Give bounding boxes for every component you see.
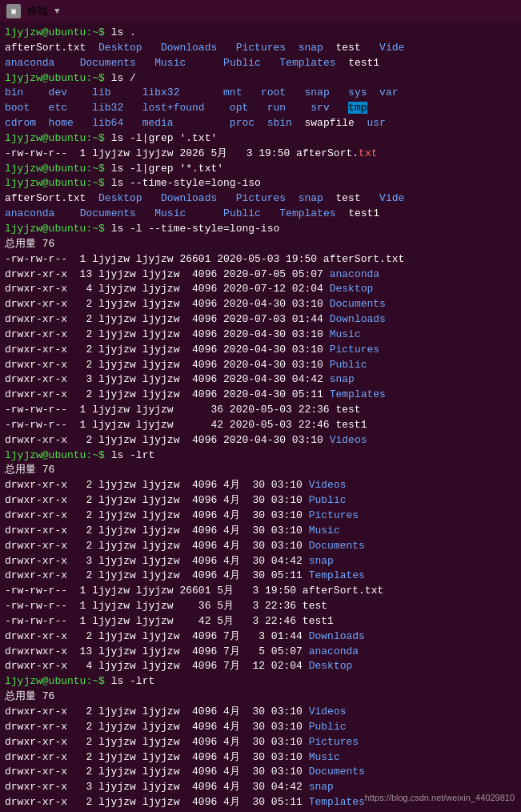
terminal-line: ljyjzw@ubuntu:~$ ls -l --time-style=long… <box>5 222 516 237</box>
terminal-line: ljyjzw@ubuntu:~$ ls --time-style=long-is… <box>5 176 516 191</box>
terminal-line: drwxr-xr-x 2 ljyjzw ljyjzw 4096 4月 30 03… <box>5 524 516 539</box>
terminal-line: afterSort.txt Desktop Downloads Pictures… <box>5 191 516 207</box>
terminal-line: drwxr-xr-x 2 ljyjzw ljyjzw 4096 2020-04-… <box>5 297 516 312</box>
terminal-line: anaconda Documents Music Public Template… <box>5 207 516 222</box>
title-bar: ▣ 终端 ▼ <box>0 0 521 22</box>
terminal-line: bin dev lib libx32 mnt root snap sys var <box>5 86 516 101</box>
terminal-line: -rw-rw-r-- 1 ljyjzw ljyjzw 36 2020-05-03… <box>5 403 516 418</box>
terminal-line: drwxr-xr-x 2 ljyjzw ljyjzw 4096 4月 30 03… <box>5 478 516 493</box>
terminal-line: drwxr-xr-x 2 ljyjzw ljyjzw 4096 2020-04-… <box>5 388 516 403</box>
terminal-line: ljyjzw@ubuntu:~$ ls -l|grep '*.txt' <box>5 162 516 177</box>
terminal-line: drwxr-xr-x 13 ljyjzw ljyjzw 4096 2020-07… <box>5 267 516 283</box>
terminal-line: ljyjzw@ubuntu:~$ ls . <box>5 26 516 41</box>
terminal-line: drwxr-xr-x 2 ljyjzw ljyjzw 4096 4月 30 03… <box>5 765 516 780</box>
terminal-line: drwxr-xr-x 2 ljyjzw ljyjzw 4096 2020-04-… <box>5 343 516 358</box>
terminal-line: drwxr-xr-x 4 ljyjzw ljyjzw 4096 2020-07-… <box>5 282 516 297</box>
terminal-line: drwxr-xr-x 2 ljyjzw ljyjzw 4096 2020-04-… <box>5 358 516 373</box>
terminal-line: drwxrwxr-x 13 ljyjzw ljyjzw 4096 7月 5 05… <box>5 645 516 660</box>
terminal-line: drwxr-xr-x 2 ljyjzw ljyjzw 4096 4月 30 03… <box>5 720 516 735</box>
terminal-line: drwxr-xr-x 3 ljyjzw ljyjzw 4096 4月 30 04… <box>5 554 516 569</box>
terminal-line: drwxr-xr-x 2 ljyjzw ljyjzw 4096 4月 30 03… <box>5 509 516 524</box>
terminal-line: drwxr-xr-x 2 ljyjzw ljyjzw 4096 4月 30 03… <box>5 750 516 766</box>
terminal-line: -rw-rw-r-- 1 ljyjzw ljyjzw 42 2020-05-03… <box>5 418 516 433</box>
terminal-line: boot etc lib32 lost+found opt run srv tm… <box>5 101 516 116</box>
terminal-line: drwxr-xr-x 2 ljyjzw ljyjzw 4096 4月 30 03… <box>5 539 516 554</box>
terminal-line: -rw-rw-r-- 1 ljyjzw ljyjzw 26601 2020-05… <box>5 252 516 267</box>
terminal-line: 总用量 76 <box>5 463 516 478</box>
terminal-line: drwxr-xr-x 2 ljyjzw ljyjzw 4096 4月 30 03… <box>5 735 516 750</box>
terminal-line: ljyjzw@ubuntu:~$ ls -l|grep '.txt' <box>5 131 516 147</box>
terminal-line: drwxr-xr-x 2 ljyjzw ljyjzw 4096 4月 30 03… <box>5 493 516 509</box>
terminal-line: 总用量 76 <box>5 237 516 252</box>
watermark: https://blog.csdn.net/weixin_44029810 <box>365 793 515 802</box>
terminal-line: -rw-rw-r-- 1 ljyjzw ljyjzw 42 5月 3 22:46… <box>5 614 516 629</box>
terminal-body[interactable]: ljyjzw@ubuntu:~$ ls .afterSort.txt Deskt… <box>0 22 521 812</box>
terminal-line: drwxr-xr-x 4 ljyjzw ljyjzw 4096 7月 12 02… <box>5 659 516 674</box>
terminal-icon: ▣ <box>6 4 21 18</box>
terminal-line: drwxr-xr-x 2 ljyjzw ljyjzw 4096 4月 30 05… <box>5 569 516 584</box>
terminal-line: ljyjzw@ubuntu:~$ ls -lrt <box>5 448 516 464</box>
terminal-line: 总用量 76 <box>5 689 516 705</box>
terminal-line: drwxr-xr-x 3 ljyjzw ljyjzw 4096 2020-04-… <box>5 372 516 388</box>
terminal-line: afterSort.txt Desktop Downloads Pictures… <box>5 41 516 56</box>
terminal-line: -rw-rw-r-- 1 ljyjzw ljyjzw 36 5月 3 22:36… <box>5 599 516 614</box>
terminal-line: drwxr-xr-x 2 ljyjzw ljyjzw 4096 4月 30 03… <box>5 705 516 720</box>
terminal-window: ▣ 终端 ▼ ljyjzw@ubuntu:~$ ls .afterSort.tx… <box>0 0 521 812</box>
title-arrow: ▼ <box>54 6 60 16</box>
terminal-line: drwxr-xr-x 2 ljyjzw ljyjzw 4096 7月 3 01:… <box>5 629 516 645</box>
terminal-line: drwxr-xr-x 2 ljyjzw ljyjzw 4096 2020-07-… <box>5 312 516 328</box>
terminal-line: drwxr-xr-x 2 ljyjzw ljyjzw 4096 2020-04-… <box>5 433 516 448</box>
terminal-line: ljyjzw@ubuntu:~$ ls -lrt <box>5 674 516 689</box>
terminal-line: ljyjzw@ubuntu:~$ ls / <box>5 71 516 86</box>
terminal-line: cdrom home lib64 media proc sbin swapfil… <box>5 116 516 131</box>
terminal-line: anaconda Documents Music Public Template… <box>5 56 516 71</box>
terminal-line: drwxr-xr-x 2 ljyjzw ljyjzw 4096 2020-04-… <box>5 328 516 343</box>
terminal-line: -rw-rw-r-- 1 ljyjzw ljyjzw 2026 5月 3 19:… <box>5 147 516 162</box>
title-text: 终端 <box>27 4 48 18</box>
terminal-line: -rw-rw-r-- 1 ljyjzw ljyjzw 26601 5月 3 19… <box>5 584 516 599</box>
